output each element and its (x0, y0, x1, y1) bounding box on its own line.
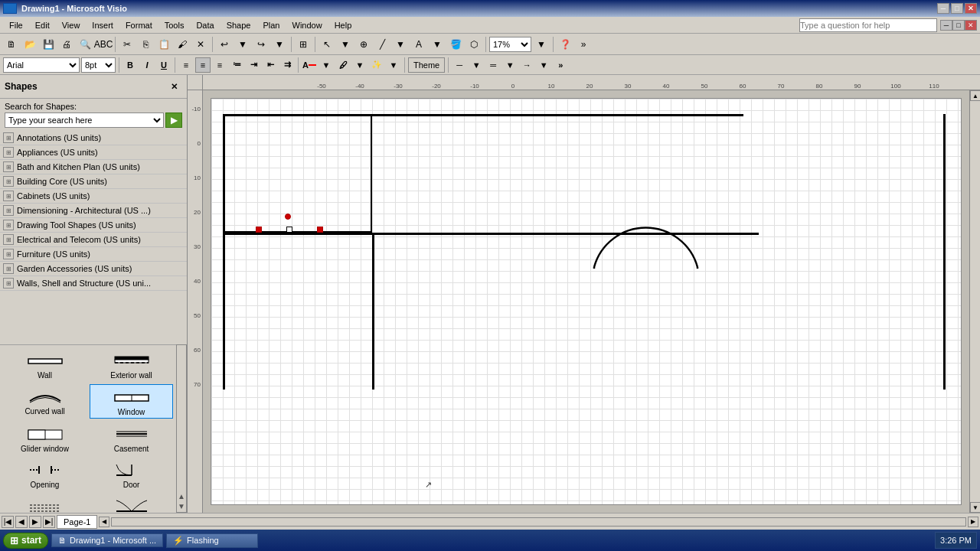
taskbar-visio-item[interactable]: 🗎 Drawing1 - Microsoft ... (51, 533, 163, 547)
page-next-button[interactable]: ▶ (29, 516, 41, 528)
window-selection-area[interactable] (259, 227, 320, 240)
category-appliances[interactable]: ⊞ Appliances (US units) (0, 145, 187, 160)
redo-dropdown[interactable]: ▼ (271, 36, 288, 53)
align-center-btn[interactable]: ≡ (195, 57, 211, 73)
fill-color-btn[interactable]: 🪣 (447, 36, 464, 53)
arrow-dropdown[interactable]: ▼ (536, 57, 551, 73)
h-scroll-left[interactable]: ◀ (99, 517, 109, 527)
menu-plan[interactable]: Plan (256, 19, 286, 31)
category-annotations[interactable]: ⊞ Annotations (US units) (0, 131, 187, 145)
highlight-dropdown[interactable]: ▼ (352, 57, 368, 73)
help-btn[interactable]: ❓ (557, 36, 573, 53)
shape-tile-wall[interactable]: Wall (3, 348, 87, 381)
italic-button[interactable]: I (139, 57, 155, 73)
connector-tool[interactable]: ⊕ (355, 36, 372, 53)
pointer-dropdown[interactable]: ▼ (337, 36, 354, 53)
menu-edit[interactable]: Edit (29, 19, 56, 31)
text-tool[interactable]: A (410, 36, 427, 53)
increase-indent-btn[interactable]: ⇉ (279, 57, 295, 73)
menu-insert[interactable]: Insert (86, 19, 119, 31)
menu-tools[interactable]: Tools (158, 19, 191, 31)
shape-tile-opening[interactable]: Opening (3, 458, 87, 491)
open-button[interactable]: 📂 (21, 36, 38, 53)
help-search-input[interactable] (799, 18, 937, 32)
floor-plan-rect-top[interactable] (223, 114, 372, 233)
menu-data[interactable]: Data (190, 19, 220, 31)
drawing-page[interactable] (211, 98, 962, 505)
h-scroll-track[interactable] (111, 517, 966, 527)
menu-format[interactable]: Format (119, 19, 158, 31)
shape-tile-double-hung[interactable]: Double hung (3, 494, 87, 513)
zoom-dropdown[interactable]: ▼ (533, 36, 550, 53)
help-close[interactable]: ✕ (965, 20, 977, 31)
category-building-core[interactable]: ⊞ Building Core (US units) (0, 174, 187, 189)
scroll-down-button[interactable]: ▼ (970, 502, 980, 513)
floor-plan-top-wall[interactable] (223, 114, 743, 116)
shape-tile-door[interactable]: Door (90, 458, 173, 491)
underline-button[interactable]: U (156, 57, 172, 73)
arrow-btn[interactable]: → (519, 57, 534, 73)
effects-btn[interactable]: ✨ (369, 57, 384, 73)
door-arc-shape[interactable] (586, 206, 705, 298)
save-button[interactable]: 💾 (40, 36, 57, 53)
floor-plan-interior-wall[interactable] (372, 233, 374, 390)
new-button[interactable]: 🗎 (3, 36, 20, 53)
print-preview-button[interactable]: 🔍 (77, 36, 93, 53)
category-walls[interactable]: ⊞ Walls, Shell and Structure (US uni... (0, 276, 187, 291)
line-tool[interactable]: ╱ (374, 36, 390, 53)
category-drawing-tool[interactable]: ⊞ Drawing Tool Shapes (US units) (0, 218, 187, 233)
text-dropdown[interactable]: ▼ (429, 36, 446, 53)
font-select[interactable]: Arial (3, 57, 80, 73)
selection-handle-top[interactable] (285, 214, 291, 220)
align-left-btn[interactable]: ≡ (178, 57, 194, 73)
restore-button[interactable]: □ (951, 3, 963, 14)
search-dropdown[interactable]: Type your search here (5, 112, 164, 128)
font-color-dropdown[interactable]: ▼ (318, 57, 334, 73)
bold-button[interactable]: B (122, 57, 138, 73)
redo-button[interactable]: ↪ (253, 36, 270, 53)
selection-handle-center[interactable] (286, 227, 292, 233)
highlight-btn[interactable]: 🖊 (335, 57, 351, 73)
zoom-select[interactable]: 17% 25% 50% 75% 100% (489, 37, 531, 52)
line-weight-btn[interactable]: ═ (485, 57, 501, 73)
pointer-tool[interactable]: ↖ (318, 36, 335, 53)
paste-button[interactable]: 📋 (155, 36, 172, 53)
menu-window[interactable]: Window (286, 19, 328, 31)
page-first-button[interactable]: |◀ (2, 516, 14, 528)
delete-button[interactable]: ✕ (192, 36, 209, 53)
font-color-btn[interactable]: A (302, 57, 317, 73)
copy-button[interactable]: ⎘ (137, 36, 154, 53)
align-right-btn[interactable]: ≡ (212, 57, 227, 73)
spelling-button[interactable]: ABC (95, 36, 112, 53)
search-go-button[interactable]: ▶ (165, 112, 182, 128)
category-bath-kitchen[interactable]: ⊞ Bath and Kitchen Plan (US units) (0, 160, 187, 174)
drawing-canvas[interactable]: ↗ (203, 90, 969, 513)
shape-tile-curved-wall[interactable]: Curved wall (3, 384, 87, 419)
more-fmt-btn[interactable]: » (553, 57, 568, 73)
category-garden[interactable]: ⊞ Garden Accessories (US units) (0, 262, 187, 276)
selection-handle-left[interactable] (256, 227, 262, 233)
close-button[interactable]: ✕ (965, 3, 977, 14)
menu-view[interactable]: View (56, 19, 87, 31)
outdent-btn[interactable]: ⇤ (263, 57, 278, 73)
undo-button[interactable]: ↩ (216, 36, 233, 53)
category-dimensioning[interactable]: ⊞ Dimensioning - Architectural (US ...) (0, 204, 187, 218)
category-cabinets[interactable]: ⊞ Cabinets (US units) (0, 189, 187, 204)
cut-button[interactable]: ✂ (119, 36, 136, 53)
shape-tile-casement[interactable]: Casement (90, 422, 173, 455)
size-select[interactable]: 8pt 10pt 12pt (81, 57, 116, 73)
format-painter-button[interactable]: 🖌 (174, 36, 191, 53)
line-dropdown[interactable]: ▼ (392, 36, 409, 53)
floor-plan-right-wall[interactable] (943, 114, 946, 390)
menu-shape[interactable]: Shape (220, 19, 257, 31)
line-style-dropdown[interactable]: ▼ (469, 57, 484, 73)
snap-button[interactable]: ⊞ (295, 36, 312, 53)
scroll-track[interactable] (970, 101, 980, 502)
floor-plan-left-wall[interactable] (223, 114, 225, 390)
shape-tile-double[interactable]: Double (90, 494, 173, 513)
indent-btn[interactable]: ⇥ (246, 57, 261, 73)
category-furniture[interactable]: ⊞ Furniture (US units) (0, 247, 187, 262)
h-scroll-right[interactable]: ▶ (968, 517, 978, 527)
print-button[interactable]: 🖨 (58, 36, 75, 53)
line-weight-dropdown[interactable]: ▼ (502, 57, 518, 73)
